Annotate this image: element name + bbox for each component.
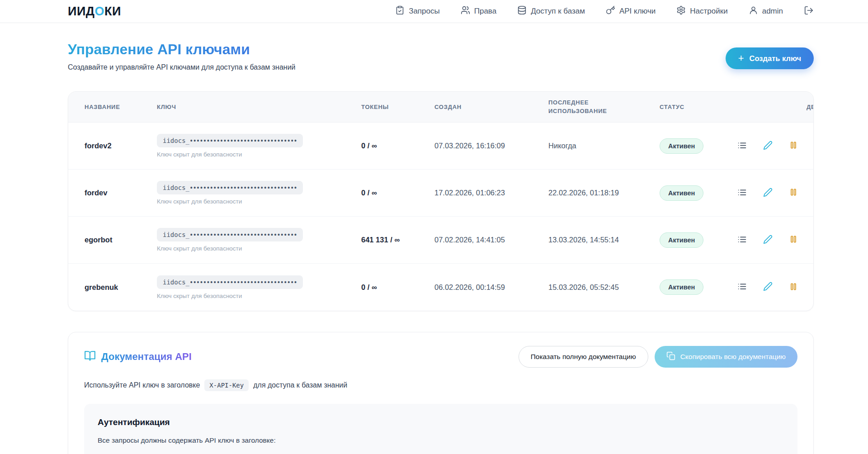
nav-item-api-keys[interactable]: API ключи: [606, 5, 656, 17]
nav-item-requests[interactable]: Запросы: [395, 5, 440, 17]
list-icon: [737, 188, 747, 199]
database-icon: [517, 5, 527, 17]
masked-key: iidocs_••••••••••••••••••••••••••••••••: [157, 181, 303, 194]
status-badge: Активен: [660, 232, 703, 248]
last-used-value: Никогда: [548, 142, 660, 150]
list-icon: [737, 141, 747, 151]
key-icon: [606, 5, 615, 17]
table-row: egorbot iidocs_•••••••••••••••••••••••••…: [68, 217, 813, 264]
usage-text-pre: Используйте API ключ в заголовке: [84, 381, 200, 389]
details-list-button[interactable]: [737, 235, 747, 246]
key-hidden-note: Ключ скрыт для безопасности: [157, 293, 361, 299]
pencil-icon: [763, 235, 773, 246]
create-key-label: Создать ключ: [750, 54, 801, 63]
plus-icon: +: [738, 53, 744, 63]
pause-icon: [789, 282, 798, 293]
table-row: grebenuk iidocs_••••••••••••••••••••••••…: [68, 264, 813, 311]
user-icon: [749, 5, 758, 17]
key-hidden-note: Ключ скрыт для безопасности: [157, 198, 361, 205]
create-key-button[interactable]: + Создать ключ: [726, 47, 814, 69]
nav-username: admin: [762, 7, 783, 16]
list-icon: [737, 282, 747, 293]
masked-key: iidocs_••••••••••••••••••••••••••••••••: [157, 228, 303, 241]
nav-label: Права: [474, 7, 496, 16]
page-subtitle: Создавайте и управляйте API ключами для …: [68, 63, 296, 71]
tokens-value: 641 131 / ∞: [361, 236, 434, 244]
edit-button[interactable]: [763, 282, 773, 293]
masked-key: iidocs_••••••••••••••••••••••••••••••••: [157, 275, 303, 289]
key-name: grebenuk: [85, 283, 157, 292]
pause-icon: [789, 141, 798, 151]
edit-button[interactable]: [763, 141, 773, 151]
auth-title: Аутентификация: [98, 417, 784, 427]
pause-icon: [789, 188, 798, 198]
table-header-row: НАЗВАНИЕ КЛЮЧ ТОКЕНЫ СОЗДАН ПОСЛЕДНЕЕ ИС…: [68, 92, 813, 123]
copy-all-docs-label: Скопировать всю документацию: [680, 353, 786, 361]
created-value: 07.03.2026, 16:16:09: [434, 142, 548, 150]
nav-label: Настройки: [690, 7, 727, 16]
nav-label: Запросы: [409, 7, 440, 16]
api-usage-hint: Используйте API ключ в заголовке X-API-K…: [84, 379, 797, 391]
last-used-value: 13.03.2026, 14:55:14: [548, 236, 660, 244]
pencil-icon: [763, 141, 773, 151]
docs-title: Документация API: [101, 351, 192, 363]
copy-icon: [666, 351, 675, 362]
masked-key: iidocs_••••••••••••••••••••••••••••••••: [157, 134, 303, 147]
pause-button[interactable]: [789, 235, 798, 245]
usage-text-post: для доступа к базам знаний: [253, 381, 347, 389]
x-api-key-chip: X-API-Key: [204, 379, 249, 391]
brand-logo: ИИДОКИ: [68, 5, 121, 19]
status-badge: Активен: [660, 279, 703, 295]
top-navbar: ИИДОКИ Запросы Права Доступ к базам: [0, 0, 868, 23]
edit-button[interactable]: [763, 188, 773, 199]
details-list-button[interactable]: [737, 282, 747, 293]
status-badge: Активен: [660, 138, 703, 154]
page-title: Управление API ключами: [68, 41, 296, 58]
col-header-actions: ДЕЙСТВИЯ: [737, 104, 814, 110]
clipboard-check-icon: [395, 5, 405, 17]
copy-all-docs-button[interactable]: Скопировать всю документацию: [655, 346, 797, 368]
nav-user-admin[interactable]: admin: [749, 5, 783, 17]
auth-description: Все запросы должны содержать API ключ в …: [98, 436, 784, 445]
tokens-value: 0 / ∞: [361, 283, 434, 292]
created-value: 07.02.2026, 14:41:05: [434, 236, 548, 244]
created-value: 06.02.2026, 00:14:59: [434, 283, 548, 292]
nav-item-database-access[interactable]: Доступ к базам: [517, 5, 585, 17]
nav-item-settings[interactable]: Настройки: [676, 5, 727, 17]
col-header-key: КЛЮЧ: [157, 104, 361, 110]
details-list-button[interactable]: [737, 141, 747, 151]
logout-icon: [804, 5, 814, 18]
key-name: fordev: [85, 189, 157, 197]
pencil-icon: [763, 282, 773, 293]
col-header-name: НАЗВАНИЕ: [85, 104, 157, 110]
nav-item-rights[interactable]: Права: [461, 5, 496, 17]
col-header-created: СОЗДАН: [434, 104, 548, 110]
show-full-docs-button[interactable]: Показать полную документацию: [519, 346, 648, 368]
logout-button[interactable]: [804, 5, 814, 18]
auth-section: Аутентификация Все запросы должны содерж…: [84, 404, 797, 454]
gear-icon: [676, 5, 686, 17]
tokens-value: 0 / ∞: [361, 189, 434, 197]
col-header-tokens: ТОКЕНЫ: [361, 104, 434, 110]
key-name: fordev2: [85, 142, 157, 150]
details-list-button[interactable]: [737, 188, 747, 199]
pause-icon: [789, 235, 798, 245]
nav-label: API ключи: [619, 7, 656, 16]
status-badge: Активен: [660, 185, 703, 201]
edit-button[interactable]: [763, 235, 773, 246]
list-icon: [737, 235, 747, 246]
created-value: 17.02.2026, 01:06:23: [434, 189, 548, 197]
pencil-icon: [763, 188, 773, 199]
pause-button[interactable]: [789, 188, 798, 198]
tokens-value: 0 / ∞: [361, 142, 434, 150]
nav-label: Доступ к базам: [531, 7, 585, 16]
users-icon: [461, 5, 470, 17]
pause-button[interactable]: [789, 141, 798, 151]
col-header-status: СТАТУС: [660, 104, 737, 110]
key-hidden-note: Ключ скрыт для безопасности: [157, 245, 361, 252]
key-hidden-note: Ключ скрыт для безопасности: [157, 151, 361, 158]
api-keys-table: НАЗВАНИЕ КЛЮЧ ТОКЕНЫ СОЗДАН ПОСЛЕДНЕЕ ИС…: [68, 91, 814, 311]
table-row: fordev2 iidocs_•••••••••••••••••••••••••…: [68, 123, 813, 170]
pause-button[interactable]: [789, 282, 798, 293]
last-used-value: 15.03.2026, 05:52:45: [548, 283, 660, 292]
